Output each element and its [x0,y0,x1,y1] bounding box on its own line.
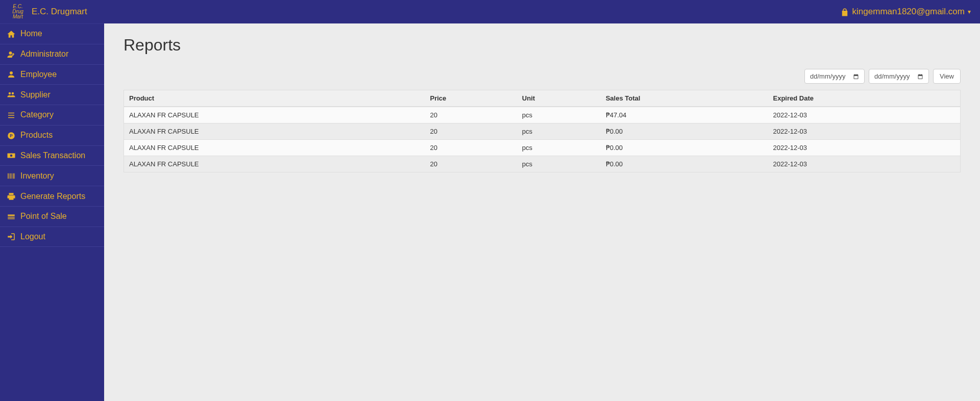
svg-point-3 [10,155,13,157]
brand-logo: E.C. Drug Mart [9,5,27,19]
svg-rect-4 [8,214,15,216]
th-expired-date: Expired Date [768,90,961,107]
table-header-row: Product Price Unit Sales Total Expired D… [124,90,961,107]
cell-sales-total: ₱47.04 [601,107,768,123]
pos-icon [6,212,16,221]
sidebar-item-label: Logout [20,232,45,241]
date-to-input[interactable]: dd/mm/yyyy [869,69,929,84]
sidebar-item-products[interactable]: P Products [0,126,104,146]
sidebar-item-generate-reports[interactable]: Generate Reports [0,186,104,207]
sidebar-item-point-of-sale[interactable]: Point of Sale [0,207,104,227]
caret-down-icon: ▾ [968,8,971,15]
cell-price: 20 [425,123,517,140]
lock-icon [840,7,849,17]
cell-product: ALAXAN FR CAPSULE [124,156,425,172]
sidebar-item-home[interactable]: Home [0,24,104,44]
reports-table: Product Price Unit Sales Total Expired D… [124,90,961,172]
sidebar-item-sales-transaction[interactable]: Sales Transaction [0,146,104,166]
svg-text:P: P [10,134,13,138]
table-row: ALAXAN FR CAPSULE 20 pcs ₱47.04 2022-12-… [124,107,961,123]
layout: Home Administrator Employee Supplier Cat [0,23,980,401]
product-icon: P [6,131,16,140]
sidebar-item-label: Sales Transaction [20,151,85,160]
table-row: ALAXAN FR CAPSULE 20 pcs ₱0.00 2022-12-0… [124,123,961,140]
svg-rect-5 [8,217,15,218]
sidebar-item-label: Category [20,110,54,119]
cell-price: 20 [425,140,517,156]
logout-icon [6,232,16,242]
navbar-left: E.C. Drug Mart E.C. Drugmart [9,5,87,19]
money-icon [6,151,16,161]
cell-price: 20 [425,156,517,172]
sidebar-item-label: Home [20,29,42,38]
calendar-icon [917,73,923,80]
users-icon [6,90,16,99]
cell-expired-date: 2022-12-03 [768,107,961,123]
filter-row: dd/mm/yyyy dd/mm/yyyy View [124,69,961,84]
sidebar-item-supplier[interactable]: Supplier [0,85,104,105]
user-menu[interactable]: kingemman1820@gmail.com ▾ [840,7,971,17]
sidebar-item-label: Point of Sale [20,212,67,221]
brand-title[interactable]: E.C. Drugmart [32,7,87,17]
view-button[interactable]: View [933,69,961,84]
th-sales-total: Sales Total [601,90,768,107]
sidebar-item-label: Inventory [20,171,54,181]
cell-product: ALAXAN FR CAPSULE [124,107,425,123]
sidebar-item-label: Generate Reports [20,192,85,201]
th-product: Product [124,90,425,107]
svg-rect-6 [8,218,15,219]
sidebar-item-inventory[interactable]: Inventory [0,166,104,186]
user-plus-icon [6,49,16,59]
sidebar-item-label: Products [20,131,53,140]
cell-product: ALAXAN FR CAPSULE [124,140,425,156]
barcode-icon [6,171,16,181]
th-price: Price [425,90,517,107]
sidebar: Home Administrator Employee Supplier Cat [0,23,104,401]
date-to-placeholder: dd/mm/yyyy [874,72,910,80]
cell-expired-date: 2022-12-03 [768,140,961,156]
sidebar-item-label: Administrator [20,49,68,59]
top-navbar: E.C. Drug Mart E.C. Drugmart kingemman18… [0,0,980,23]
cell-sales-total: ₱0.00 [601,123,768,140]
list-icon [6,110,16,120]
user-email: kingemman1820@gmail.com [852,7,965,17]
sidebar-item-logout[interactable]: Logout [0,227,104,247]
sidebar-item-label: Employee [20,70,57,79]
cell-sales-total: ₱0.00 [601,156,768,172]
date-from-input[interactable]: dd/mm/yyyy [804,69,865,84]
sidebar-item-employee[interactable]: Employee [0,65,104,85]
cell-unit: pcs [517,140,601,156]
cell-unit: pcs [517,107,601,123]
cell-unit: pcs [517,123,601,140]
cell-product: ALAXAN FR CAPSULE [124,123,425,140]
brand-logo-text: E.C. Drug Mart [9,4,27,19]
sidebar-item-administrator[interactable]: Administrator [0,44,104,65]
calendar-icon [853,73,859,80]
th-unit: Unit [517,90,601,107]
page-title: Reports [124,36,961,55]
home-icon [6,29,16,39]
main-content: Reports dd/mm/yyyy dd/mm/yyyy View Produ… [104,23,980,401]
cell-unit: pcs [517,156,601,172]
cell-price: 20 [425,107,517,123]
cell-sales-total: ₱0.00 [601,140,768,156]
date-from-placeholder: dd/mm/yyyy [810,72,845,80]
sidebar-item-label: Supplier [20,90,51,99]
table-row: ALAXAN FR CAPSULE 20 pcs ₱0.00 2022-12-0… [124,156,961,172]
sidebar-item-category[interactable]: Category [0,105,104,126]
cell-expired-date: 2022-12-03 [768,156,961,172]
cell-expired-date: 2022-12-03 [768,123,961,140]
print-icon [6,191,16,201]
user-icon [6,70,16,80]
table-row: ALAXAN FR CAPSULE 20 pcs ₱0.00 2022-12-0… [124,140,961,156]
